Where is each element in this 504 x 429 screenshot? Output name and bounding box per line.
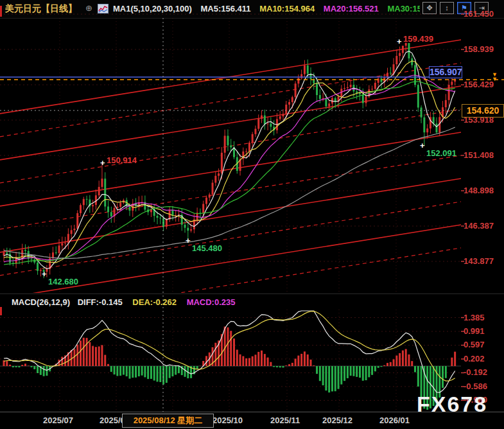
macd-settings-label: MACD(26,12,9) (12, 297, 70, 307)
price-line-label[interactable]: 156.907 (429, 66, 462, 78)
macd-axis-label: -0.192 (464, 367, 487, 377)
macd-macd-label: MACD:0.235 (187, 297, 236, 307)
alert-line-marker-icon[interactable]: ▼▼ (492, 73, 498, 82)
gridlines (0, 14, 464, 411)
chart-canvas[interactable] (0, 0, 504, 429)
swing-low-label: 142.680 (48, 277, 78, 286)
swing-low-label: 145.480 (192, 243, 222, 253)
macd-diff-label: DIFF:-0.145 (78, 297, 123, 307)
crosshair-date-box: 2025/08/12 星期二 (122, 414, 214, 428)
macd-axis-label: 1.385 (464, 313, 485, 322)
y-axis-label: 148.898 (464, 186, 494, 195)
x-axis-label: 2026/01 (379, 416, 410, 425)
chart-window: 美元日元【日线】 ⊕ MA1(5,10,20,30,100) MA5:156.4… (0, 0, 504, 429)
x-axis-label: 2025/12 (322, 416, 352, 425)
swing-low-label: 152.091 (426, 148, 456, 158)
watermark: FX678 (417, 392, 487, 417)
x-axis-label: 2025/11 (270, 416, 300, 425)
macd-axis-label: 0.202 (464, 354, 485, 363)
dea-line (4, 311, 455, 381)
swing-marker: + (42, 269, 47, 279)
x-axis-label: 2025/07 (43, 416, 73, 425)
crosshair-price-box: 154.620 (462, 104, 504, 118)
y-axis-label: 161.450 (464, 9, 494, 19)
y-axis-label: 156.429 (464, 80, 494, 89)
swing-high-label: 159.439 (403, 34, 433, 44)
swing-marker: + (100, 158, 105, 168)
y-axis-label: 151.408 (464, 150, 494, 160)
macd-axis-label: -0.586 (464, 381, 487, 391)
swing-marker: + (397, 37, 402, 46)
x-axis-label: 2025/10 (213, 416, 243, 425)
left-edge-artifact (0, 307, 2, 315)
macd-dea-label: DEA:-0.262 (132, 297, 177, 307)
swing-high-label: 150.914 (107, 155, 137, 165)
swing-marker: + (420, 141, 425, 150)
macd-axis-label: 0.597 (464, 340, 485, 349)
y-axis-label: 143.877 (464, 256, 494, 266)
left-edge-artifact (0, 6, 2, 17)
panel-separator (0, 293, 504, 294)
y-axis-label: 158.939 (464, 44, 494, 54)
swing-marker: + (186, 236, 191, 245)
macd-axis-label: 0.991 (464, 326, 485, 336)
macd-header: MACD(26,12,9) DIFF:-0.145 DEA:-0.262 MAC… (12, 297, 235, 307)
y-axis-label: 146.387 (464, 221, 494, 231)
